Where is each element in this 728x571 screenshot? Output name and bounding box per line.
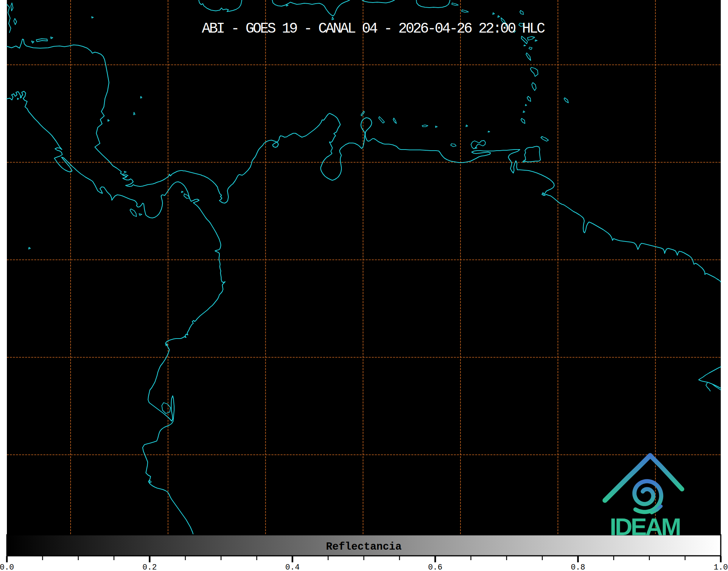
- svg-text:0.4: 0.4: [285, 563, 300, 571]
- svg-text:1.0: 1.0: [714, 563, 728, 571]
- svg-text:0.0: 0.0: [0, 563, 14, 571]
- svg-text:0.2: 0.2: [143, 563, 157, 571]
- svg-text:0.8: 0.8: [571, 563, 585, 571]
- svg-text:IDEAM: IDEAM: [610, 513, 680, 540]
- svg-text:ABI - GOES 19 - CANAL 04 - 202: ABI - GOES 19 - CANAL 04 - 2026-04-26 22…: [202, 21, 545, 37]
- svg-text:Reflectancia: Reflectancia: [326, 541, 402, 553]
- svg-text:0.6: 0.6: [428, 563, 442, 571]
